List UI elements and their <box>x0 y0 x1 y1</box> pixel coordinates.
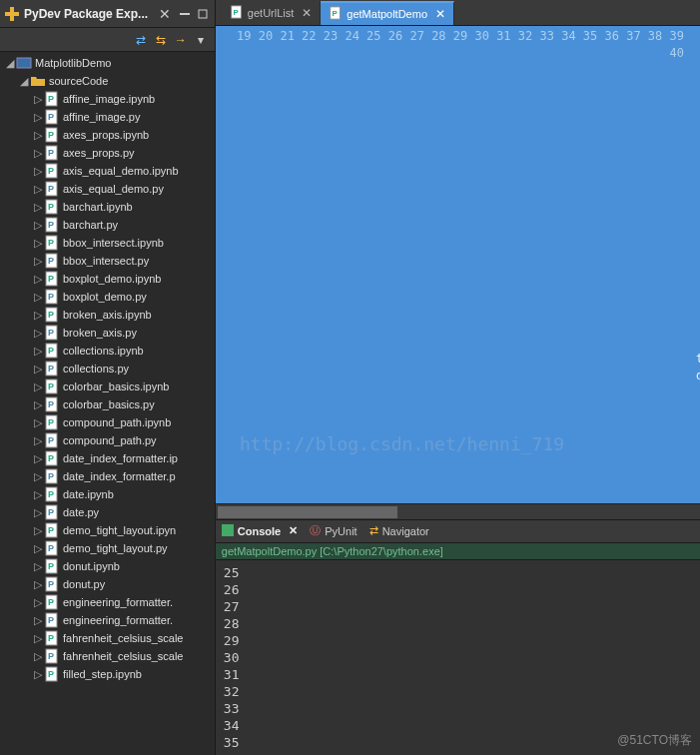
chevron-right-icon[interactable]: ▷ <box>32 111 44 124</box>
svg-text:P: P <box>48 94 54 104</box>
svg-text:P: P <box>48 202 54 212</box>
file-node[interactable]: ▷Pbroken_axis.py <box>0 324 215 342</box>
file-node[interactable]: ▷Pcolorbar_basics.ipynb <box>0 378 215 395</box>
chevron-right-icon[interactable]: ▷ <box>32 201 44 214</box>
chevron-right-icon[interactable]: ▷ <box>32 219 44 232</box>
file-node[interactable]: ▷Pdate.py <box>0 503 215 521</box>
chevron-right-icon[interactable]: ▷ <box>32 614 44 627</box>
chevron-right-icon[interactable]: ▷ <box>32 452 44 465</box>
file-node[interactable]: ▷Pdate.ipynb <box>0 485 215 503</box>
file-node[interactable]: ▷Pcompound_path.ipynb <box>0 413 215 431</box>
file-node[interactable]: ▷Pbarchart.ipynb <box>0 198 215 216</box>
file-node[interactable]: ▷Pdonut.py <box>0 575 215 593</box>
console-output[interactable]: 25 26 27 28 29 30 31 32 33 34 35 <box>216 560 700 755</box>
chevron-right-icon[interactable]: ▷ <box>32 129 44 142</box>
chevron-right-icon[interactable]: ▷ <box>32 273 44 286</box>
console-tab[interactable]: Console✕ <box>222 524 298 538</box>
file-label: date_index_formatter.p <box>63 470 176 482</box>
chevron-right-icon[interactable]: ▷ <box>32 506 44 519</box>
file-node[interactable]: ▷Pdemo_tight_layout.ipyn <box>0 521 215 539</box>
python-p-icon: P <box>44 200 60 214</box>
file-node[interactable]: ▷Pfahrenheit_celsius_scale <box>0 647 215 665</box>
file-node[interactable]: ▷Pdonut.ipynb <box>0 557 215 575</box>
console-tab[interactable]: ⓊPyUnit <box>310 523 356 538</box>
file-node[interactable]: ▷Paffine_image.ipynb <box>0 90 215 108</box>
close-icon[interactable]: ✕ <box>289 524 298 537</box>
chevron-right-icon[interactable]: ▷ <box>32 434 44 447</box>
chevron-down-icon[interactable]: ◢ <box>18 75 30 88</box>
chevron-right-icon[interactable]: ▷ <box>32 327 44 340</box>
chevron-right-icon[interactable]: ▷ <box>32 291 44 304</box>
file-node[interactable]: ▷Paxis_equal_demo.ipynb <box>0 162 215 180</box>
file-node[interactable]: ▷Pdate_index_formatter.ip <box>0 449 215 467</box>
file-node[interactable]: ▷Pfahrenheit_celsius_scale <box>0 629 215 647</box>
python-file-icon: P <box>44 469 60 483</box>
chevron-right-icon[interactable]: ▷ <box>32 363 44 376</box>
chevron-right-icon[interactable]: ▷ <box>32 560 44 573</box>
minimize-icon[interactable] <box>177 6 193 22</box>
file-node[interactable]: ▷Pcollections.py <box>0 360 215 378</box>
view-menu-icon[interactable]: ▾ <box>193 32 209 48</box>
file-label: compound_path.py <box>63 434 157 446</box>
chevron-right-icon[interactable]: ▷ <box>32 398 44 411</box>
close-icon[interactable]: ✕ <box>159 6 171 22</box>
close-icon[interactable]: ✕ <box>435 7 445 21</box>
file-node[interactable]: ▷Paxes_props.ipynb <box>0 126 215 144</box>
project-node[interactable]: ◢ MatplotlibDemo <box>0 54 215 72</box>
chevron-right-icon[interactable]: ▷ <box>32 309 44 322</box>
chevron-right-icon[interactable]: ▷ <box>32 416 44 429</box>
horizontal-scrollbar[interactable] <box>216 503 700 519</box>
file-node[interactable]: ▷Pbarchart.py <box>0 216 215 234</box>
file-node[interactable]: ▷Pengineering_formatter. <box>0 611 215 629</box>
folder-node[interactable]: ◢ sourceCode <box>0 72 215 90</box>
chevron-right-icon[interactable]: ▷ <box>32 165 44 178</box>
close-icon[interactable]: ✕ <box>302 6 312 20</box>
file-label: boxplot_demo.py <box>63 291 147 303</box>
file-node[interactable]: ▷Pbbox_intersect.py <box>0 252 215 270</box>
chevron-right-icon[interactable]: ▷ <box>32 632 44 645</box>
file-node[interactable]: ▷Paffine_image.py <box>0 108 215 126</box>
file-node[interactable]: ▷Pdate_index_formatter.p <box>0 467 215 485</box>
forward-icon[interactable]: → <box>173 32 189 48</box>
chevron-right-icon[interactable]: ▷ <box>32 524 44 537</box>
maximize-icon[interactable] <box>195 6 211 22</box>
file-node[interactable]: ▷Pbbox_intersect.ipynb <box>0 234 215 252</box>
chevron-right-icon[interactable]: ▷ <box>32 650 44 663</box>
chevron-right-icon[interactable]: ▷ <box>32 488 44 501</box>
chevron-right-icon[interactable]: ▷ <box>32 255 44 268</box>
file-node[interactable]: ▷Pengineering_formatter. <box>0 593 215 611</box>
code-area[interactable]: if len(downLoadBtnList)>0: for downLoad … <box>692 26 700 503</box>
file-node[interactable]: ▷Pcompound_path.py <box>0 431 215 449</box>
file-node[interactable]: ▷Pdemo_tight_layout.py <box>0 539 215 557</box>
code-editor[interactable]: 19 20 21 22 23 24 25 26 27 28 29 30 31 3… <box>216 26 700 503</box>
chevron-right-icon[interactable]: ▷ <box>32 93 44 106</box>
svg-text:P: P <box>48 256 54 266</box>
chevron-right-icon[interactable]: ▷ <box>32 183 44 196</box>
chevron-right-icon[interactable]: ▷ <box>32 668 44 681</box>
collapse-all-icon[interactable]: ⇄ <box>133 32 149 48</box>
file-node[interactable]: ▷Paxes_props.py <box>0 144 215 162</box>
chevron-right-icon[interactable]: ▷ <box>32 147 44 160</box>
scrollbar-thumb[interactable] <box>218 506 397 518</box>
file-node[interactable]: ▷Paxis_equal_demo.py <box>0 180 215 198</box>
chevron-down-icon[interactable]: ◢ <box>4 57 16 70</box>
editor-tab[interactable]: PgetUrlList✕ <box>222 1 321 25</box>
chevron-right-icon[interactable]: ▷ <box>32 470 44 483</box>
link-editor-icon[interactable]: ⇆ <box>153 32 169 48</box>
console-tab[interactable]: ⇄Navigator <box>369 524 429 537</box>
chevron-right-icon[interactable]: ▷ <box>32 542 44 555</box>
chevron-right-icon[interactable]: ▷ <box>32 596 44 609</box>
chevron-right-icon[interactable]: ▷ <box>32 578 44 591</box>
chevron-right-icon[interactable]: ▷ <box>32 237 44 250</box>
file-node[interactable]: ▷Pbroken_axis.ipynb <box>0 306 215 324</box>
file-node[interactable]: ▷Pcolorbar_basics.py <box>0 395 215 413</box>
chevron-right-icon[interactable]: ▷ <box>32 345 44 358</box>
editor-tab[interactable]: PgetMatpoltDemo✕ <box>321 1 454 25</box>
file-node[interactable]: ▷Pboxplot_demo.ipynb <box>0 270 215 288</box>
main-area: PgetUrlList✕PgetMatpoltDemo✕ 19 20 21 22… <box>216 0 700 755</box>
file-node[interactable]: ▷Pboxplot_demo.py <box>0 288 215 306</box>
chevron-right-icon[interactable]: ▷ <box>32 380 44 393</box>
file-node[interactable]: ▷Pfilled_step.ipynb <box>0 665 215 683</box>
file-tree[interactable]: ◢ MatplotlibDemo ◢ sourceCode ▷Paffine_i… <box>0 52 215 755</box>
file-node[interactable]: ▷Pcollections.ipynb <box>0 342 215 360</box>
